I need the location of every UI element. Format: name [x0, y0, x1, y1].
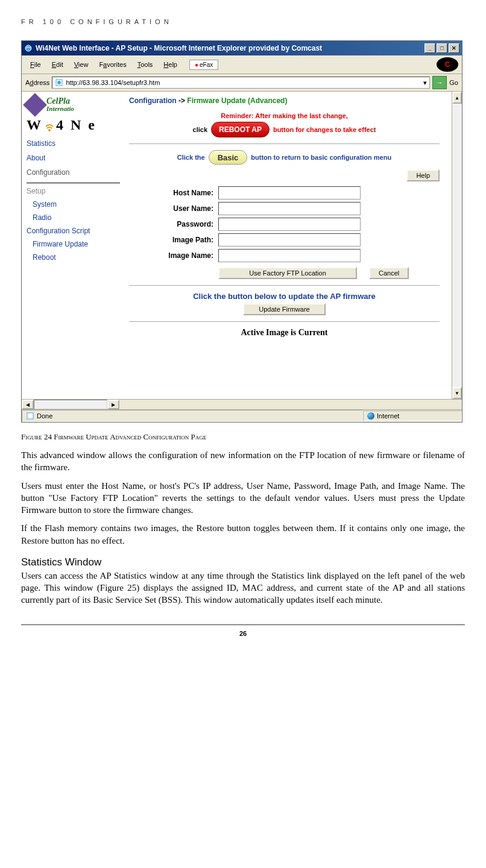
basic-button[interactable]: Basic [209, 150, 248, 165]
nav-firmware-update[interactable]: Firmware Update [33, 240, 120, 248]
figure-caption: Figure 24 Firmware Update Advanced Confi… [21, 432, 465, 442]
paragraph-3: If the Flash memory contains two images,… [21, 522, 465, 547]
reminder-text: Reminder: After making the last change, [129, 112, 440, 119]
go-label: Go [449, 79, 458, 86]
nav-reboot[interactable]: Reboot [33, 253, 120, 262]
input-host[interactable] [218, 186, 361, 200]
vertical-scrollbar[interactable]: ▲ ▼ [452, 92, 462, 399]
done-icon [26, 412, 34, 420]
status-zone: Internet [377, 412, 399, 420]
basic-post-text: button to return to basic configuration … [251, 154, 391, 161]
update-title: Click the button below to update the AP … [129, 292, 440, 301]
breadcrumb-firmware: Firmware Update (Advanced) [187, 96, 287, 105]
menubar: File Edit View Favorites Tools Help eFax… [22, 55, 462, 74]
menu-tools[interactable]: Tools [133, 60, 158, 69]
click-label: click [193, 126, 207, 133]
footer-rule [21, 624, 465, 625]
divider-2 [129, 285, 440, 286]
left-nav-panel: CelPla Internatio W 4 N e Statistics Abo… [22, 92, 123, 399]
input-name[interactable] [218, 249, 361, 262]
menu-edit[interactable]: Edit [47, 60, 68, 69]
addressbar: Address http://63.98.33.104/setupfr3.htm… [22, 74, 462, 92]
input-path[interactable] [218, 233, 361, 247]
nav-statistics[interactable]: Statistics [27, 139, 120, 148]
input-pass[interactable] [218, 218, 361, 231]
paragraph-1: This advanced window allows the configur… [21, 449, 465, 474]
scroll-down-icon[interactable]: ▼ [452, 387, 462, 399]
label-path: Image Path: [129, 236, 218, 244]
celplan-logo-icon [23, 93, 47, 117]
svg-point-3 [48, 129, 51, 131]
scroll-left-icon[interactable]: ◀ [22, 400, 34, 409]
active-image-status: Active Image is Current [129, 328, 440, 338]
label-host: Host Name: [129, 189, 218, 197]
minimize-button[interactable]: _ [424, 43, 435, 53]
breadcrumb-configuration: Configuration [129, 96, 177, 105]
update-firmware-button[interactable]: Update Firmware [243, 303, 325, 315]
label-pass: Password: [129, 220, 218, 228]
label-name: Image Name: [129, 251, 218, 260]
help-button[interactable]: Help [406, 169, 440, 181]
paragraph-4: Users can access the AP Statistics windo… [21, 570, 465, 606]
breadcrumb-sep: -> [178, 96, 187, 105]
brand-celplan: CelPla [46, 98, 74, 105]
page-icon [55, 78, 63, 87]
nav-setup: Setup [27, 187, 120, 195]
scroll-right-icon[interactable]: ▶ [107, 400, 119, 409]
scroll-track[interactable] [452, 104, 462, 387]
brand-internatio: Internatio [46, 105, 74, 112]
titlebar: Wi4Net Web Interface - AP Setup - Micros… [22, 41, 462, 55]
window-title: Wi4Net Web Interface - AP Setup - Micros… [36, 44, 322, 52]
main-panel: Configuration -> Firmware Update (Advanc… [123, 92, 452, 399]
menu-help[interactable]: Help [159, 60, 182, 69]
horizontal-scrollbar[interactable]: ◀ ▶ [22, 399, 462, 409]
comcast-logo-icon: C [437, 57, 458, 72]
url-text: http://63.98.33.104/setupfr3.htm [66, 79, 160, 86]
statusbar: Done Internet [22, 409, 462, 422]
nav-system[interactable]: System [33, 200, 120, 209]
nav-divider [27, 183, 120, 183]
address-label: Address [25, 79, 49, 86]
menu-favorites[interactable]: Favorites [94, 60, 131, 69]
label-user: User Name: [129, 204, 218, 213]
signal-icon [44, 118, 55, 133]
nav-about[interactable]: About [27, 154, 120, 162]
browser-window: Wi4Net Web Interface - AP Setup - Micros… [21, 40, 462, 423]
svg-rect-4 [27, 413, 33, 419]
address-input[interactable]: http://63.98.33.104/setupfr3.htm ▾ [52, 77, 430, 89]
input-user[interactable] [218, 202, 361, 215]
globe-icon [367, 412, 374, 420]
effect-text: button for changes to take effect [273, 126, 376, 133]
nav-configuration[interactable]: Configuration [27, 168, 120, 177]
efax-button[interactable]: eFax [189, 60, 218, 70]
paragraph-2: Users must enter the Host Name, or host'… [21, 480, 465, 517]
nav-config-script[interactable]: Configuration Script [27, 227, 120, 235]
go-button[interactable]: → [432, 76, 447, 89]
page-number: 26 [21, 630, 465, 637]
divider [129, 143, 440, 144]
ie-icon [24, 44, 33, 52]
scroll-up-icon[interactable]: ▲ [452, 92, 462, 104]
cancel-button[interactable]: Cancel [369, 267, 409, 279]
status-done: Done [37, 412, 52, 420]
factory-ftp-button[interactable]: Use Factory FTP Location [218, 267, 357, 279]
section-heading-statistics: Statistics Window [21, 556, 465, 568]
close-button[interactable]: ✕ [449, 43, 459, 53]
hscroll-track[interactable] [34, 400, 107, 409]
reboot-ap-button[interactable]: REBOOT AP [211, 122, 270, 137]
running-header: FR 100 CONFIGURATION [21, 18, 465, 25]
menu-file[interactable]: File [25, 60, 46, 69]
svg-point-2 [57, 81, 61, 84]
menu-view[interactable]: View [69, 60, 93, 69]
divider-3 [129, 321, 440, 322]
breadcrumb: Configuration -> Firmware Update (Advanc… [129, 96, 440, 105]
maximize-button[interactable]: □ [437, 43, 447, 53]
dropdown-icon[interactable]: ▾ [423, 79, 427, 87]
basic-pre-text: Click the [177, 154, 205, 161]
brand-wi4ne: W 4 N e [27, 117, 120, 133]
nav-radio[interactable]: Radio [33, 213, 120, 222]
